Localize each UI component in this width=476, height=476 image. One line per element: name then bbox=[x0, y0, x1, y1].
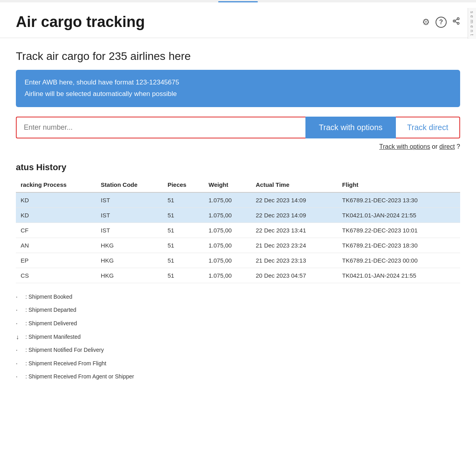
legend-text: : Shipment Received From Agent or Shippe… bbox=[25, 371, 134, 382]
cell-time: 20 Dec 2023 04:57 bbox=[251, 268, 338, 283]
legend-text: : Shipment Departed bbox=[25, 304, 76, 316]
search-row: Track with options Track direct bbox=[16, 117, 460, 138]
cell-flight: TK6789.21-DEC-2023 13:30 bbox=[338, 192, 460, 208]
section-title: atus History bbox=[16, 162, 460, 173]
cell-weight: 1.075,00 bbox=[204, 192, 251, 208]
cell-process: KD bbox=[16, 207, 96, 223]
cell-weight: 1.075,00 bbox=[204, 253, 251, 268]
main-content: Track air cargo for 235 airlines here En… bbox=[0, 38, 476, 395]
table-body: KD IST 51 1.075,00 22 Dec 2023 14:09 TK6… bbox=[16, 192, 460, 283]
col-station-code: Station Code bbox=[96, 177, 163, 192]
table-row: EP HKG 51 1.075,00 21 Dec 2023 23:13 TK6… bbox=[16, 253, 460, 268]
legend-icon: · bbox=[16, 357, 22, 370]
help-link-row: Track with options or direct ? bbox=[16, 143, 460, 150]
page-title: Air cargo tracking bbox=[16, 13, 145, 31]
table-header: racking Process Station Code Pieces Weig… bbox=[16, 177, 460, 192]
cell-process: EP bbox=[16, 253, 96, 268]
table-row: CF IST 51 1.075,00 22 Dec 2023 13:41 TK6… bbox=[16, 223, 460, 238]
help-or-text: or bbox=[432, 143, 440, 150]
track-with-options-button[interactable]: Track with options bbox=[305, 117, 396, 138]
cell-pieces: 51 bbox=[163, 223, 203, 238]
cell-station: IST bbox=[96, 223, 163, 238]
cell-process: CS bbox=[16, 268, 96, 283]
track-options-link[interactable]: Track with options bbox=[379, 143, 430, 150]
legend-item: ↓: Shipment Manifested bbox=[16, 330, 460, 344]
col-weight: Weight bbox=[204, 177, 251, 192]
help-question: ? bbox=[457, 143, 460, 150]
cell-time: 21 Dec 2023 23:24 bbox=[251, 238, 338, 253]
legend-icon: ↓ bbox=[16, 330, 22, 344]
cell-time: 21 Dec 2023 23:13 bbox=[251, 253, 338, 268]
table-row: AN HKG 51 1.075,00 21 Dec 2023 23:24 TK6… bbox=[16, 238, 460, 253]
legend-icon: · bbox=[16, 344, 22, 357]
svg-line-4 bbox=[455, 19, 457, 20]
legend-icon: · bbox=[16, 303, 22, 317]
status-table: racking Process Station Code Pieces Weig… bbox=[16, 177, 460, 283]
col-pieces: Pieces bbox=[163, 177, 203, 192]
cell-time: 22 Dec 2023 14:09 bbox=[251, 207, 338, 223]
cell-flight: TK0421.01-JAN-2024 21:55 bbox=[338, 207, 460, 223]
track-direct-link[interactable]: direct bbox=[440, 143, 455, 150]
cell-station: IST bbox=[96, 192, 163, 208]
legend-item: ·: Shipment Booked bbox=[16, 290, 460, 304]
legend-item: ·: Shipment Delivered bbox=[16, 317, 460, 330]
cell-time: 22 Dec 2023 13:41 bbox=[251, 223, 338, 238]
cell-process: CF bbox=[16, 223, 96, 238]
legend-text: : Shipment Manifested bbox=[25, 331, 81, 343]
cell-pieces: 51 bbox=[163, 207, 203, 223]
cell-station: HKG bbox=[96, 253, 163, 268]
subtitle: Track air cargo for 235 airlines here bbox=[16, 50, 460, 63]
legend-item: ·: Shipment Received From Flight bbox=[16, 357, 460, 370]
info-line-1: Enter AWB here, should have format 123-1… bbox=[25, 77, 451, 88]
table-row: KD IST 51 1.075,00 22 Dec 2023 14:09 TK6… bbox=[16, 192, 460, 208]
cell-station: IST bbox=[96, 207, 163, 223]
side-label: s e m e n t bbox=[468, 8, 476, 39]
awb-number-input[interactable] bbox=[16, 117, 305, 138]
legend-item: ·: Shipment Received From Agent or Shipp… bbox=[16, 370, 460, 384]
info-box: Enter AWB here, should have format 123-1… bbox=[16, 70, 460, 107]
legend-text: : Shipment Notified For Delivery bbox=[25, 344, 104, 356]
table-row: KD IST 51 1.075,00 22 Dec 2023 14:09 TK0… bbox=[16, 207, 460, 223]
cell-flight: TK6789.21-DEC-2023 18:30 bbox=[338, 238, 460, 253]
info-line-2: Airline will be selected automatically w… bbox=[25, 88, 451, 100]
cell-process: KD bbox=[16, 192, 96, 208]
legend-icon: · bbox=[16, 317, 22, 330]
col-flight: Flight bbox=[338, 177, 460, 192]
top-bar-indicator bbox=[218, 1, 258, 2]
cell-pieces: 51 bbox=[163, 253, 203, 268]
cell-weight: 1.075,00 bbox=[204, 207, 251, 223]
legend-text: : Shipment Delivered bbox=[25, 318, 77, 329]
cell-station: HKG bbox=[96, 268, 163, 283]
cell-pieces: 51 bbox=[163, 192, 203, 208]
col-actual-time: Actual Time bbox=[251, 177, 338, 192]
col-tracking-process: racking Process bbox=[16, 177, 96, 192]
legend-icon: · bbox=[16, 290, 22, 304]
cell-pieces: 51 bbox=[163, 268, 203, 283]
cell-flight: TK6789.22-DEC-2023 10:01 bbox=[338, 223, 460, 238]
svg-line-3 bbox=[455, 21, 457, 23]
cell-process: AN bbox=[16, 238, 96, 253]
legend-icon: · bbox=[16, 370, 22, 384]
cell-flight: TK0421.01-JAN-2024 21:55 bbox=[338, 268, 460, 283]
help-icon[interactable]: ? bbox=[436, 17, 447, 28]
legend-item: ·: Shipment Departed bbox=[16, 303, 460, 317]
legend-text: : Shipment Booked bbox=[25, 291, 72, 303]
cell-weight: 1.075,00 bbox=[204, 268, 251, 283]
cell-flight: TK6789.21-DEC-2023 00:00 bbox=[338, 253, 460, 268]
page-header: Air cargo tracking ⚙ ? bbox=[0, 2, 476, 38]
help-link-text[interactable]: Track with options or direct ? bbox=[379, 143, 460, 150]
track-direct-button[interactable]: Track direct bbox=[396, 117, 460, 138]
legend: ·: Shipment Booked·: Shipment Departed·:… bbox=[16, 290, 460, 384]
cell-pieces: 51 bbox=[163, 238, 203, 253]
cell-weight: 1.075,00 bbox=[204, 223, 251, 238]
legend-item: ·: Shipment Notified For Delivery bbox=[16, 344, 460, 357]
cell-station: HKG bbox=[96, 238, 163, 253]
legend-text: : Shipment Received From Flight bbox=[25, 358, 106, 369]
share-icon[interactable] bbox=[452, 17, 460, 27]
cell-weight: 1.075,00 bbox=[204, 238, 251, 253]
cell-time: 22 Dec 2023 14:09 bbox=[251, 192, 338, 208]
table-row: CS HKG 51 1.075,00 20 Dec 2023 04:57 TK0… bbox=[16, 268, 460, 283]
gear-icon[interactable]: ⚙ bbox=[422, 17, 430, 27]
header-icons: ⚙ ? bbox=[422, 17, 460, 28]
